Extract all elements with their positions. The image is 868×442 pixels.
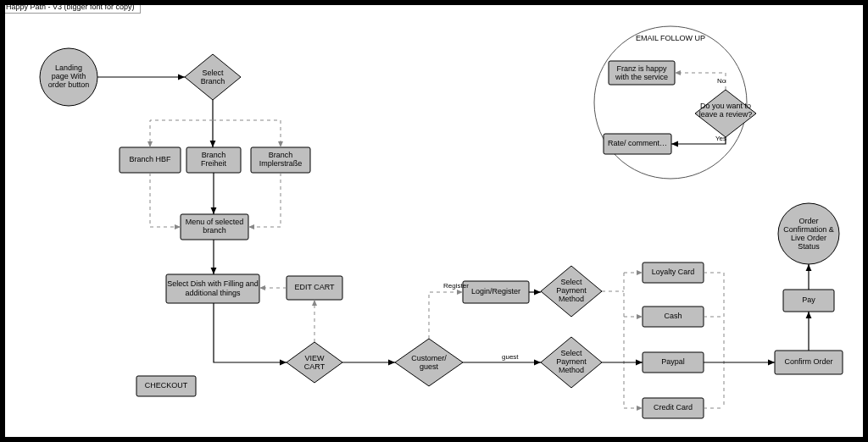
svg-text:Menu of selected: Menu of selected xyxy=(186,218,244,226)
svg-text:Paypal: Paypal xyxy=(661,357,685,366)
svg-text:Select: Select xyxy=(560,349,582,357)
svg-text:Payment: Payment xyxy=(556,286,587,295)
svg-text:EDIT CART: EDIT CART xyxy=(294,283,335,291)
svg-text:Select: Select xyxy=(560,278,582,286)
node-login-register[interactable]: Login/Register xyxy=(463,281,529,303)
svg-text:Implerstraße: Implerstraße xyxy=(259,159,303,168)
node-followup-rate[interactable]: Rate/ comment… xyxy=(604,134,671,154)
svg-text:additional things: additional things xyxy=(185,289,241,297)
svg-text:Branch: Branch xyxy=(269,151,293,159)
svg-text:Branch: Branch xyxy=(201,77,225,86)
svg-text:guest: guest xyxy=(420,362,439,371)
svg-text:Customer/: Customer/ xyxy=(411,354,447,362)
node-order-confirmation[interactable]: Order Confirmation & Live Order Status xyxy=(778,203,839,264)
edge-customer-login xyxy=(429,292,463,339)
node-branch-freiheit[interactable]: Branch Freiheit xyxy=(186,147,241,173)
svg-text:Confirm Order: Confirm Order xyxy=(784,357,832,366)
node-landing[interactable]: Landing page With order button xyxy=(40,48,97,106)
svg-text:Login/Register: Login/Register xyxy=(471,287,520,296)
svg-text:CART: CART xyxy=(304,362,326,371)
node-followup-happy[interactable]: Franz is happy with the service xyxy=(609,61,675,85)
svg-text:CHECKOUT: CHECKOUT xyxy=(145,381,188,390)
svg-text:Rate/ comment…: Rate/ comment… xyxy=(608,139,667,147)
node-cash[interactable]: Cash xyxy=(643,307,704,327)
svg-text:Pay: Pay xyxy=(802,296,815,304)
edge-select-impler xyxy=(213,120,281,147)
svg-text:with the service: with the service xyxy=(615,73,668,81)
edge-dish-viewcart xyxy=(214,303,287,362)
node-loyalty-card[interactable]: Loyalty Card xyxy=(643,262,704,283)
svg-text:order button: order button xyxy=(48,80,90,89)
svg-text:Order: Order xyxy=(798,217,818,225)
node-pay[interactable]: Pay xyxy=(783,290,834,312)
svg-text:Cash: Cash xyxy=(664,312,682,320)
svg-text:Franz is happy: Franz is happy xyxy=(616,64,667,73)
node-credit-card[interactable]: Credit Card xyxy=(643,398,704,418)
svg-text:leave a review?: leave a review? xyxy=(699,110,753,119)
svg-text:Loyalty Card: Loyalty Card xyxy=(652,268,695,276)
node-checkout[interactable]: CHECKOUT xyxy=(136,376,196,396)
label-guest: guest xyxy=(502,353,519,361)
svg-text:Method: Method xyxy=(559,295,584,303)
node-edit-cart[interactable]: EDIT CART xyxy=(287,276,342,300)
node-select-dish[interactable]: Select Dish with Filling and additional … xyxy=(166,274,259,303)
svg-text:Select Dish with Filling and: Select Dish with Filling and xyxy=(167,279,259,288)
node-branch-impler[interactable]: Branch Implerstraße xyxy=(251,147,310,173)
node-branch-hbf[interactable]: Branch HBF xyxy=(120,147,181,173)
label-yes: Yes xyxy=(715,135,726,142)
svg-text:Confirmation &: Confirmation & xyxy=(783,225,834,234)
svg-text:Branch HBF: Branch HBF xyxy=(129,155,171,163)
svg-text:Payment: Payment xyxy=(556,357,587,366)
edge-hbf-menu xyxy=(150,173,181,227)
svg-text:Branch: Branch xyxy=(202,151,226,159)
edge-select-hbf xyxy=(150,120,213,147)
svg-text:Live Order: Live Order xyxy=(791,234,826,242)
flow-canvas: Landing page With order button Select Br… xyxy=(5,5,863,437)
edge-impler-menu xyxy=(248,173,281,227)
canvas-tab[interactable]: Happy Path - V3 (bigger font for copy) xyxy=(0,0,141,14)
svg-text:page With: page With xyxy=(52,72,86,80)
diagram-frame: Happy Path - V3 (bigger font for copy) L… xyxy=(0,0,868,442)
node-menu[interactable]: Menu of selected branch xyxy=(181,214,248,240)
followup-title: EMAIL FOLLOW UP xyxy=(636,34,705,42)
node-confirm-order[interactable]: Confirm Order xyxy=(775,351,843,374)
svg-text:Landing: Landing xyxy=(55,64,82,72)
label-no: No xyxy=(717,77,726,85)
label-register: Register xyxy=(443,282,469,290)
node-customer-guest[interactable]: Customer/ guest xyxy=(395,339,463,386)
node-select-payment-bottom[interactable]: Select Payment Method xyxy=(541,337,602,388)
node-paypal[interactable]: Paypal xyxy=(643,352,704,373)
svg-text:Freiheit: Freiheit xyxy=(201,159,227,168)
svg-text:Do you want to: Do you want to xyxy=(700,102,751,110)
node-select-branch[interactable]: Select Branch xyxy=(185,54,241,100)
svg-text:Credit Card: Credit Card xyxy=(654,403,693,412)
svg-text:VIEW: VIEW xyxy=(304,354,325,362)
node-view-cart[interactable]: VIEW CART xyxy=(287,342,342,383)
svg-text:branch: branch xyxy=(203,226,226,235)
node-select-payment-top[interactable]: Select Payment Method xyxy=(541,266,602,317)
svg-text:Select: Select xyxy=(202,69,224,77)
svg-text:Method: Method xyxy=(559,366,584,374)
svg-text:Status: Status xyxy=(798,242,820,251)
